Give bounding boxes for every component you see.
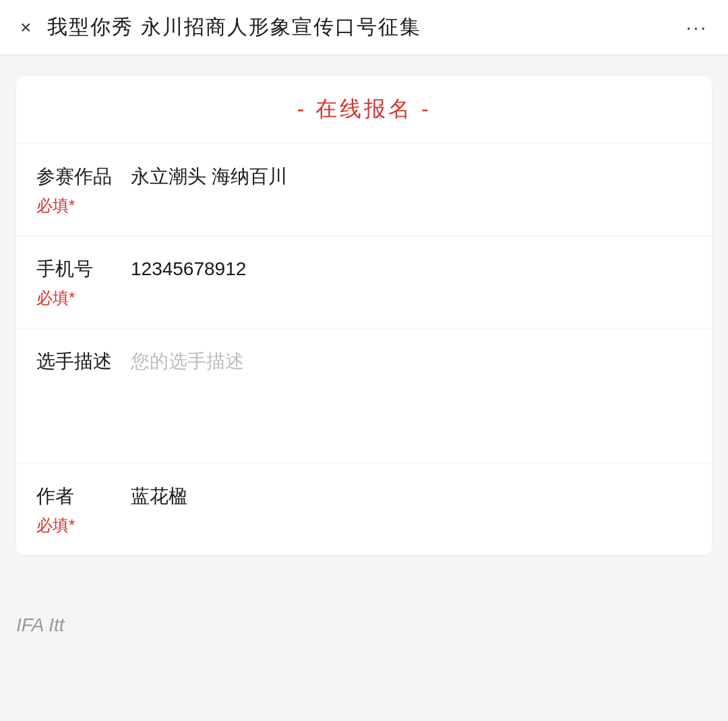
more-icon[interactable]: ···	[686, 17, 708, 38]
form-value-wrap-author[interactable]: 蓝花楹	[131, 482, 692, 511]
form-label-work: 参赛作品	[36, 163, 124, 191]
form-label-wrap-phone: 手机号 必填*	[36, 255, 131, 309]
form-placeholder-description: 您的选手描述	[131, 351, 244, 372]
form-row-work: 参赛作品 必填* 永立潮头 海纳百川	[16, 144, 712, 236]
form-row-description: 选手描述 您的选手描述	[16, 328, 712, 463]
top-bar: × 我型你秀 永川招商人形象宣传口号征集 ···	[0, 0, 728, 55]
form-required-author: 必填*	[36, 515, 124, 536]
bottom-logo-area: IFA Itt	[0, 575, 728, 656]
form-value-phone: 12345678912	[131, 258, 246, 279]
form-label-wrap-work: 参赛作品 必填*	[36, 163, 131, 217]
form-label-description: 选手描述	[36, 347, 124, 376]
form-value-work: 永立潮头 海纳百川	[131, 166, 287, 187]
form-required-phone: 必填*	[36, 287, 124, 309]
form-required-work: 必填*	[36, 195, 124, 217]
form-label-wrap-description: 选手描述	[36, 347, 131, 376]
form-header-title: - 在线报名 -	[297, 96, 431, 121]
form-label-phone: 手机号	[36, 255, 124, 283]
form-value-wrap-phone[interactable]: 12345678912	[131, 255, 692, 283]
form-value-author: 蓝花楹	[131, 486, 187, 507]
form-label-wrap-author: 作者 必填*	[36, 482, 131, 536]
form-row-phone: 手机号 必填* 12345678912	[16, 236, 712, 328]
form-value-wrap-description[interactable]: 您的选手描述	[131, 347, 692, 376]
close-icon[interactable]: ×	[20, 18, 31, 37]
logo-text: IFA Itt	[16, 614, 65, 636]
form-label-author: 作者	[36, 482, 124, 511]
form-row-author: 作者 必填* 蓝花楹	[16, 463, 712, 555]
form-value-wrap-work[interactable]: 永立潮头 海纳百川	[131, 163, 692, 191]
form-card: - 在线报名 - 参赛作品 必填* 永立潮头 海纳百川 手机号 必填* 1234…	[16, 76, 712, 555]
form-header: - 在线报名 -	[16, 76, 712, 144]
page-title: 我型你秀 永川招商人形象宣传口号征集	[47, 13, 686, 41]
content-area: - 在线报名 - 参赛作品 必填* 永立潮头 海纳百川 手机号 必填* 1234…	[0, 55, 728, 575]
